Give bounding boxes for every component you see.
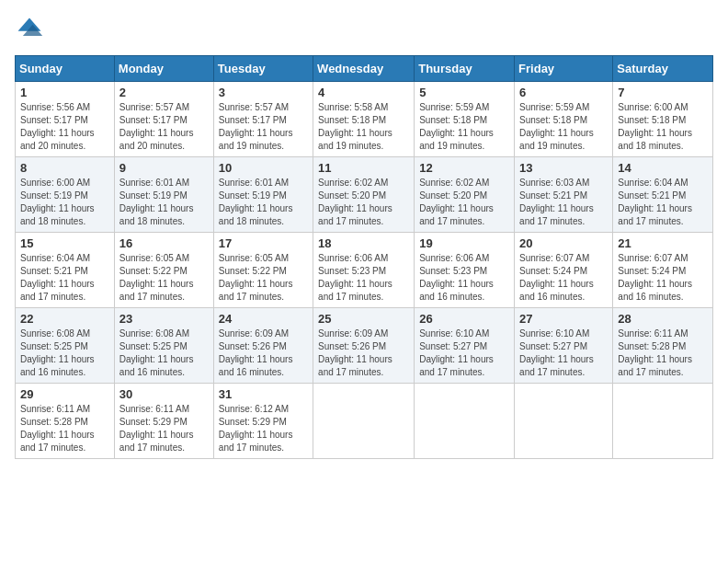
calendar-cell: 31 Sunrise: 6:12 AM Sunset: 5:29 PM Dayl…: [213, 384, 313, 459]
calendar-cell: 15 Sunrise: 6:04 AM Sunset: 5:21 PM Dayl…: [16, 233, 115, 308]
calendar-cell: 16 Sunrise: 6:05 AM Sunset: 5:22 PM Dayl…: [114, 233, 213, 308]
day-info: Sunrise: 6:05 AM Sunset: 5:22 PM Dayligh…: [119, 252, 209, 304]
day-info: Sunrise: 6:05 AM Sunset: 5:22 PM Dayligh…: [219, 252, 308, 304]
calendar-cell: 18 Sunrise: 6:06 AM Sunset: 5:23 PM Dayl…: [313, 233, 415, 308]
logo-icon: [15, 15, 44, 44]
calendar-cell: 11 Sunrise: 6:02 AM Sunset: 5:20 PM Dayl…: [313, 157, 415, 233]
day-info: Sunrise: 6:10 AM Sunset: 5:27 PM Dayligh…: [419, 327, 509, 379]
header-saturday: Saturday: [613, 56, 713, 82]
calendar-cell: 29 Sunrise: 6:11 AM Sunset: 5:28 PM Dayl…: [16, 384, 115, 459]
day-info: Sunrise: 6:09 AM Sunset: 5:26 PM Dayligh…: [318, 327, 409, 379]
calendar-week-row: 1 Sunrise: 5:56 AM Sunset: 5:17 PM Dayli…: [16, 82, 713, 157]
calendar-week-row: 8 Sunrise: 6:00 AM Sunset: 5:19 PM Dayli…: [16, 157, 713, 233]
day-number: 10: [219, 161, 308, 175]
day-info: Sunrise: 6:11 AM Sunset: 5:29 PM Dayligh…: [119, 403, 209, 454]
page-header: [15, 15, 713, 44]
calendar-week-row: 29 Sunrise: 6:11 AM Sunset: 5:28 PM Dayl…: [16, 384, 713, 459]
day-number: 21: [618, 236, 708, 250]
day-info: Sunrise: 6:02 AM Sunset: 5:20 PM Dayligh…: [419, 177, 509, 228]
calendar-cell: 6 Sunrise: 5:59 AM Sunset: 5:18 PM Dayli…: [515, 82, 613, 157]
day-number: 14: [618, 161, 708, 175]
day-number: 18: [318, 236, 409, 250]
calendar-cell: 30 Sunrise: 6:11 AM Sunset: 5:29 PM Dayl…: [114, 384, 213, 459]
day-number: 3: [219, 86, 308, 99]
calendar-cell: 14 Sunrise: 6:04 AM Sunset: 5:21 PM Dayl…: [613, 157, 713, 233]
calendar-cell: [415, 384, 515, 459]
calendar-cell: 17 Sunrise: 6:05 AM Sunset: 5:22 PM Dayl…: [213, 233, 313, 308]
day-number: 31: [219, 387, 308, 401]
day-info: Sunrise: 6:01 AM Sunset: 5:19 PM Dayligh…: [219, 177, 308, 228]
day-info: Sunrise: 6:11 AM Sunset: 5:28 PM Dayligh…: [20, 403, 109, 454]
header-monday: Monday: [114, 56, 213, 82]
day-number: 2: [119, 86, 209, 99]
day-info: Sunrise: 5:57 AM Sunset: 5:17 PM Dayligh…: [119, 101, 209, 153]
header-sunday: Sunday: [16, 56, 115, 82]
day-info: Sunrise: 6:07 AM Sunset: 5:24 PM Dayligh…: [519, 252, 608, 304]
calendar-cell: 12 Sunrise: 6:02 AM Sunset: 5:20 PM Dayl…: [415, 157, 515, 233]
day-number: 24: [219, 312, 308, 326]
day-info: Sunrise: 6:04 AM Sunset: 5:21 PM Dayligh…: [618, 177, 708, 228]
calendar-cell: 9 Sunrise: 6:01 AM Sunset: 5:19 PM Dayli…: [114, 157, 213, 233]
day-number: 9: [119, 161, 209, 175]
day-info: Sunrise: 6:10 AM Sunset: 5:27 PM Dayligh…: [519, 327, 608, 379]
calendar-cell: 2 Sunrise: 5:57 AM Sunset: 5:17 PM Dayli…: [114, 82, 213, 157]
day-number: 26: [419, 312, 509, 326]
day-number: 13: [519, 161, 608, 175]
day-number: 25: [318, 312, 409, 326]
header-tuesday: Tuesday: [213, 56, 313, 82]
logo: [15, 15, 48, 44]
header-wednesday: Wednesday: [313, 56, 415, 82]
day-info: Sunrise: 6:01 AM Sunset: 5:19 PM Dayligh…: [119, 177, 209, 228]
calendar-cell: 22 Sunrise: 6:08 AM Sunset: 5:25 PM Dayl…: [16, 308, 115, 384]
calendar-week-row: 22 Sunrise: 6:08 AM Sunset: 5:25 PM Dayl…: [16, 308, 713, 384]
day-info: Sunrise: 6:03 AM Sunset: 5:21 PM Dayligh…: [519, 177, 608, 228]
day-number: 27: [519, 312, 608, 326]
header-friday: Friday: [515, 56, 613, 82]
calendar-cell: 24 Sunrise: 6:09 AM Sunset: 5:26 PM Dayl…: [213, 308, 313, 384]
day-info: Sunrise: 5:56 AM Sunset: 5:17 PM Dayligh…: [20, 101, 109, 153]
calendar-cell: 1 Sunrise: 5:56 AM Sunset: 5:17 PM Dayli…: [16, 82, 115, 157]
day-info: Sunrise: 5:57 AM Sunset: 5:17 PM Dayligh…: [219, 101, 308, 153]
calendar-cell: 26 Sunrise: 6:10 AM Sunset: 5:27 PM Dayl…: [415, 308, 515, 384]
calendar-cell: [515, 384, 613, 459]
day-number: 5: [419, 86, 509, 99]
day-info: Sunrise: 6:12 AM Sunset: 5:29 PM Dayligh…: [219, 403, 308, 454]
day-info: Sunrise: 6:08 AM Sunset: 5:25 PM Dayligh…: [20, 327, 109, 379]
day-info: Sunrise: 5:58 AM Sunset: 5:18 PM Dayligh…: [318, 101, 409, 153]
day-number: 22: [20, 312, 109, 326]
day-info: Sunrise: 6:00 AM Sunset: 5:18 PM Dayligh…: [618, 101, 708, 153]
day-number: 23: [119, 312, 209, 326]
day-info: Sunrise: 6:06 AM Sunset: 5:23 PM Dayligh…: [419, 252, 509, 304]
calendar-cell: 7 Sunrise: 6:00 AM Sunset: 5:18 PM Dayli…: [613, 82, 713, 157]
calendar-cell: 27 Sunrise: 6:10 AM Sunset: 5:27 PM Dayl…: [515, 308, 613, 384]
day-info: Sunrise: 6:04 AM Sunset: 5:21 PM Dayligh…: [20, 252, 109, 304]
calendar-header-row: SundayMondayTuesdayWednesdayThursdayFrid…: [16, 56, 713, 82]
day-number: 17: [219, 236, 308, 250]
day-number: 11: [318, 161, 409, 175]
day-info: Sunrise: 6:08 AM Sunset: 5:25 PM Dayligh…: [119, 327, 209, 379]
calendar-cell: 21 Sunrise: 6:07 AM Sunset: 5:24 PM Dayl…: [613, 233, 713, 308]
day-info: Sunrise: 6:11 AM Sunset: 5:28 PM Dayligh…: [618, 327, 708, 379]
day-number: 4: [318, 86, 409, 99]
calendar-week-row: 15 Sunrise: 6:04 AM Sunset: 5:21 PM Dayl…: [16, 233, 713, 308]
day-number: 19: [419, 236, 509, 250]
day-number: 28: [618, 312, 708, 326]
calendar-cell: 28 Sunrise: 6:11 AM Sunset: 5:28 PM Dayl…: [613, 308, 713, 384]
day-number: 1: [20, 86, 109, 99]
calendar-cell: 5 Sunrise: 5:59 AM Sunset: 5:18 PM Dayli…: [415, 82, 515, 157]
calendar-cell: 19 Sunrise: 6:06 AM Sunset: 5:23 PM Dayl…: [415, 233, 515, 308]
day-info: Sunrise: 6:02 AM Sunset: 5:20 PM Dayligh…: [318, 177, 409, 228]
calendar-cell: [613, 384, 713, 459]
calendar-table: SundayMondayTuesdayWednesdayThursdayFrid…: [15, 55, 713, 459]
day-info: Sunrise: 5:59 AM Sunset: 5:18 PM Dayligh…: [419, 101, 509, 153]
day-number: 12: [419, 161, 509, 175]
calendar-cell: 20 Sunrise: 6:07 AM Sunset: 5:24 PM Dayl…: [515, 233, 613, 308]
header-thursday: Thursday: [415, 56, 515, 82]
calendar-cell: [313, 384, 415, 459]
day-number: 29: [20, 387, 109, 401]
day-number: 30: [119, 387, 209, 401]
calendar-cell: 10 Sunrise: 6:01 AM Sunset: 5:19 PM Dayl…: [213, 157, 313, 233]
day-info: Sunrise: 6:07 AM Sunset: 5:24 PM Dayligh…: [618, 252, 708, 304]
day-info: Sunrise: 5:59 AM Sunset: 5:18 PM Dayligh…: [519, 101, 608, 153]
calendar-cell: 25 Sunrise: 6:09 AM Sunset: 5:26 PM Dayl…: [313, 308, 415, 384]
